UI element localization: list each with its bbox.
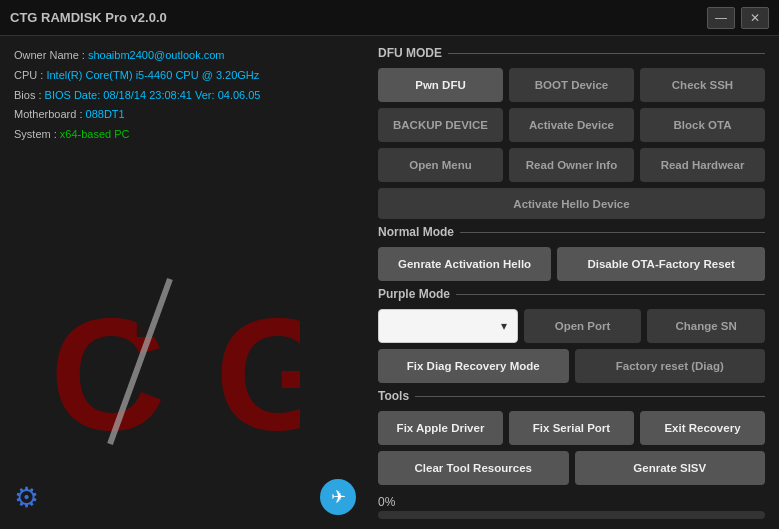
- purple-mode-section-label: Purple Mode: [378, 287, 765, 301]
- gear-icon: ⚙: [14, 482, 39, 513]
- progress-bar-background: [378, 511, 765, 519]
- purple-mode-dropdown[interactable]: ▾: [378, 309, 518, 343]
- left-panel: Owner Name : shoaibm2400@outlook.com CPU…: [0, 36, 370, 529]
- genrate-sisv-button[interactable]: Genrate SISV: [575, 451, 766, 485]
- clear-tool-resources-button[interactable]: Clear Tool Resources: [378, 451, 569, 485]
- system-info: Owner Name : shoaibm2400@outlook.com CPU…: [14, 46, 356, 145]
- minimize-button[interactable]: —: [707, 7, 735, 29]
- cpu-row: CPU : Intel(R) Core(TM) i5-4460 CPU @ 3.…: [14, 66, 356, 86]
- open-menu-button[interactable]: Open Menu: [378, 148, 503, 182]
- right-panel: DFU MODE Pwn DFU BOOT Device Check SSH B…: [370, 36, 779, 529]
- gear-button[interactable]: ⚙: [14, 481, 39, 514]
- fix-serial-port-button[interactable]: Fix Serial Port: [509, 411, 634, 445]
- open-port-button[interactable]: Open Port: [524, 309, 642, 343]
- owner-row: Owner Name : shoaibm2400@outlook.com: [14, 46, 356, 66]
- owner-label: Owner Name :: [14, 49, 88, 61]
- motherboard-label: Motherboard :: [14, 108, 86, 120]
- system-value: x64-based PC: [60, 128, 130, 140]
- tools-row-2: Clear Tool Resources Genrate SISV: [378, 451, 765, 485]
- read-owner-info-button[interactable]: Read Owner Info: [509, 148, 634, 182]
- motherboard-value: 088DT1: [86, 108, 125, 120]
- bios-row: Bios : BIOS Date: 08/18/14 23:08:41 Ver:…: [14, 86, 356, 106]
- dfu-row-3: Open Menu Read Owner Info Read Hardwear: [378, 148, 765, 182]
- telegram-button[interactable]: ✈: [320, 479, 356, 515]
- activate-hello-device-button[interactable]: Activate Hello Device: [378, 188, 765, 219]
- logo-svg: C T G: [40, 259, 300, 459]
- cpu-label: CPU :: [14, 69, 46, 81]
- dfu-mode-section-label: DFU MODE: [378, 46, 765, 60]
- bios-value: BIOS Date: 08/18/14 23:08:41 Ver: 04.06.…: [45, 89, 261, 101]
- chevron-down-icon: ▾: [501, 319, 507, 333]
- read-hardwear-button[interactable]: Read Hardwear: [640, 148, 765, 182]
- change-sn-button[interactable]: Change SN: [647, 309, 765, 343]
- bios-label: Bios :: [14, 89, 45, 101]
- window-controls: — ✕: [707, 7, 769, 29]
- progress-label: 0%: [378, 495, 765, 509]
- pwn-dfu-button[interactable]: Pwn DFU: [378, 68, 503, 102]
- telegram-icon: ✈: [331, 486, 346, 508]
- system-row: System : x64-based PC: [14, 125, 356, 145]
- logo-area: C T G: [20, 249, 320, 469]
- normal-mode-row: Genrate Activation Hello Disable OTA-Fac…: [378, 247, 765, 281]
- motherboard-row: Motherboard : 088DT1: [14, 105, 356, 125]
- purple-mode-row-2: Fix Diag Recovery Mode Factory reset (Di…: [378, 349, 765, 383]
- main-content: Owner Name : shoaibm2400@outlook.com CPU…: [0, 36, 779, 529]
- normal-mode-section-label: Normal Mode: [378, 225, 765, 239]
- dfu-row-1: Pwn DFU BOOT Device Check SSH: [378, 68, 765, 102]
- tools-row-1: Fix Apple Driver Fix Serial Port Exit Re…: [378, 411, 765, 445]
- progress-section: 0%: [378, 491, 765, 519]
- purple-mode-row-1: ▾ Open Port Change SN: [378, 309, 765, 343]
- app-title: CTG RAMDISK Pro v2.0.0: [10, 10, 167, 25]
- fix-diag-recovery-button[interactable]: Fix Diag Recovery Mode: [378, 349, 569, 383]
- disable-ota-factory-reset-button[interactable]: Disable OTA-Factory Reset: [557, 247, 765, 281]
- bottom-icons: ⚙ ✈: [14, 479, 356, 515]
- block-ota-button[interactable]: Block OTA: [640, 108, 765, 142]
- dfu-row-2: BACKUP DEVICE Activate Device Block OTA: [378, 108, 765, 142]
- backup-device-button[interactable]: BACKUP DEVICE: [378, 108, 503, 142]
- title-bar: CTG RAMDISK Pro v2.0.0 — ✕: [0, 0, 779, 36]
- factory-reset-diag-button[interactable]: Factory reset (Diag): [575, 349, 766, 383]
- check-ssh-button[interactable]: Check SSH: [640, 68, 765, 102]
- fix-apple-driver-button[interactable]: Fix Apple Driver: [378, 411, 503, 445]
- svg-text:G: G: [215, 284, 300, 459]
- generate-activation-hello-button[interactable]: Genrate Activation Hello: [378, 247, 551, 281]
- system-label: System :: [14, 128, 60, 140]
- activate-device-button[interactable]: Activate Device: [509, 108, 634, 142]
- close-button[interactable]: ✕: [741, 7, 769, 29]
- boot-device-button[interactable]: BOOT Device: [509, 68, 634, 102]
- cpu-value: Intel(R) Core(TM) i5-4460 CPU @ 3.20GHz: [46, 69, 259, 81]
- owner-value: shoaibm2400@outlook.com: [88, 49, 225, 61]
- exit-recovery-button[interactable]: Exit Recovery: [640, 411, 765, 445]
- tools-section-label: Tools: [378, 389, 765, 403]
